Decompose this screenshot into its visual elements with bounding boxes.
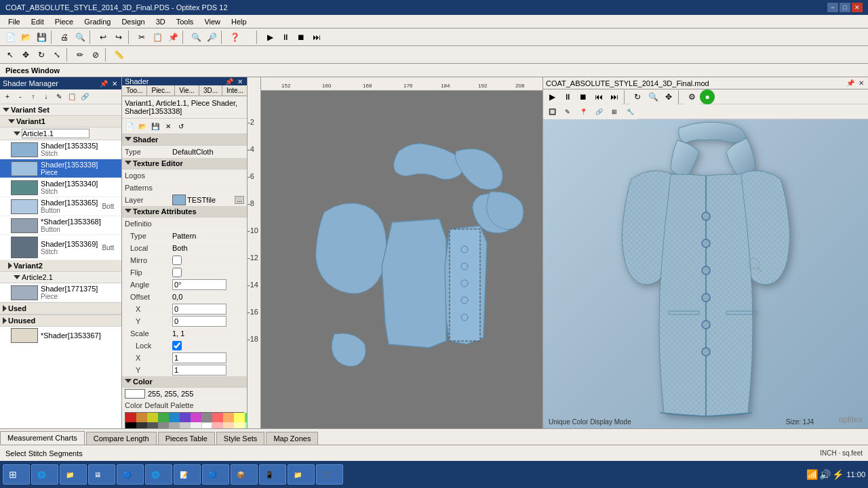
rotate-button[interactable]: ↻ <box>34 47 49 62</box>
palette-cell[interactable] <box>180 413 191 422</box>
shader-manager-pin[interactable]: 📌 <box>98 80 109 87</box>
tab-map-zones[interactable]: Map Zones <box>266 432 318 445</box>
menu-help[interactable]: Help <box>226 16 252 27</box>
taskbar-notepad[interactable]: 📝 <box>174 464 201 485</box>
menu-grading[interactable]: Grading <box>79 16 116 27</box>
palette-cell[interactable] <box>223 422 234 428</box>
tab-3d[interactable]: 3D... <box>199 85 222 96</box>
tab-piec[interactable]: Piec... <box>147 85 175 96</box>
draw-button[interactable]: ✏ <box>73 47 87 62</box>
shader-item-1771375[interactable]: Shader[1771375] Piece <box>0 283 121 302</box>
sm-btn6[interactable]: 📋 <box>66 91 78 103</box>
palette-cell[interactable] <box>234 413 245 422</box>
taskbar-app1[interactable]: 🔵 <box>117 464 144 485</box>
tab-pieces-table[interactable]: Pieces Table <box>158 432 215 445</box>
menu-3d[interactable]: 3D <box>151 16 171 27</box>
shader-panel-close[interactable]: ✕ <box>236 78 244 85</box>
shader-item-1353338[interactable]: Shader[1353338] Piece <box>0 159 121 178</box>
unused-shader-item[interactable]: *Shader[1353367] <box>0 327 121 344</box>
taskbar-folder[interactable]: 📁 <box>288 464 315 485</box>
view3d-close[interactable]: ✕ <box>857 79 865 87</box>
shader-section-header[interactable]: Shader <box>122 134 247 146</box>
palette-cell[interactable] <box>212 422 223 428</box>
palette-cell[interactable] <box>136 413 147 422</box>
eraser-button[interactable]: ⊘ <box>88 47 103 62</box>
tab-style-sets[interactable]: Style Sets <box>216 432 265 445</box>
mirror-checkbox[interactable] <box>172 256 182 265</box>
minimize-button[interactable]: − <box>827 3 838 12</box>
print-preview-button[interactable]: 🔍 <box>73 30 87 45</box>
palette-cell[interactable] <box>125 422 136 428</box>
palette-cell[interactable] <box>234 422 245 428</box>
copy-button[interactable]: 📋 <box>150 30 165 45</box>
palette-cell[interactable] <box>201 422 212 428</box>
palette-cell[interactable] <box>223 413 234 422</box>
shader-manager-close[interactable]: ✕ <box>111 80 119 87</box>
flip-checkbox[interactable] <box>172 268 182 277</box>
taskbar-music[interactable]: 🎵 <box>316 464 343 485</box>
menu-view[interactable]: View <box>199 16 226 27</box>
redo-button[interactable]: ↪ <box>111 30 126 45</box>
save-button[interactable]: 💾 <box>34 30 49 45</box>
color-swatch[interactable] <box>125 389 145 399</box>
shader-item-1353369[interactable]: Shader[1353369] Stitch Butt <box>0 235 121 260</box>
taskbar-ie[interactable]: 🌐 <box>31 464 58 485</box>
palette-cell[interactable] <box>147 413 158 422</box>
zoom-out-button[interactable]: 🔎 <box>204 30 219 45</box>
3d-tb2-btn3[interactable]: 📍 <box>576 104 591 119</box>
sp-btn3[interactable]: 💾 <box>149 120 161 132</box>
menu-tools[interactable]: Tools <box>171 16 199 27</box>
3d-tb-prev[interactable]: ⏮ <box>591 89 606 104</box>
taskbar-app4[interactable]: 📦 <box>231 464 258 485</box>
canvas-content[interactable] <box>261 91 542 428</box>
3d-tb-pause[interactable]: ⏸ <box>560 89 575 104</box>
palette-cell[interactable] <box>147 422 158 428</box>
used-section[interactable]: Used <box>0 302 121 314</box>
3d-tb-stop[interactable]: ⏹ <box>576 89 591 104</box>
tab-too[interactable]: Too... <box>122 85 147 96</box>
taskbar-phone[interactable]: 📱 <box>259 464 286 485</box>
3d-btn4[interactable]: ⏭ <box>309 30 324 45</box>
offset-y-input[interactable] <box>172 316 226 327</box>
texture-editor-header[interactable]: Texture Editor <box>122 158 247 169</box>
3d-tb2-btn4[interactable]: 🔗 <box>591 104 606 119</box>
tab-measurement-charts[interactable]: Measurement Charts <box>0 431 85 445</box>
3d-btn2[interactable]: ⏸ <box>278 30 293 45</box>
3d-tb2-btn2[interactable]: ✎ <box>560 104 575 119</box>
shader-item-1353335[interactable]: Shader[1353335] Stitch <box>0 140 121 159</box>
taskbar-explorer[interactable]: 📁 <box>60 464 87 485</box>
article1-section[interactable] <box>0 127 121 140</box>
menu-file[interactable]: File <box>3 16 26 27</box>
help-button[interactable]: ❓ <box>227 30 242 45</box>
paste-button[interactable]: 📌 <box>165 30 180 45</box>
palette-cell[interactable] <box>212 413 223 422</box>
close-button[interactable]: ✕ <box>852 3 863 12</box>
variant1-section[interactable]: Variant1 <box>0 116 121 127</box>
3d-tb-next[interactable]: ⏭ <box>607 89 622 104</box>
maximize-button[interactable]: □ <box>840 3 850 12</box>
variant-set-section[interactable]: Variant Set <box>0 104 121 116</box>
3d-tb-move[interactable]: ✥ <box>661 89 676 104</box>
3d-tb2-btn5[interactable]: ⊞ <box>607 104 622 119</box>
3d-tb-color[interactable]: ● <box>700 89 715 104</box>
taskbar-screen[interactable]: 🖥 <box>88 464 115 485</box>
palette-cell[interactable] <box>158 413 169 422</box>
3d-tb2-btn6[interactable]: 🔧 <box>623 104 637 119</box>
menu-edit[interactable]: Edit <box>26 16 50 27</box>
sm-btn1[interactable]: + <box>1 91 14 103</box>
palette-cell[interactable] <box>180 422 191 428</box>
3d-tb-settings[interactable]: ⚙ <box>684 89 699 104</box>
sp-btn2[interactable]: 📂 <box>136 120 149 132</box>
print-button[interactable]: 🖨 <box>57 30 72 45</box>
variant2-section[interactable]: Variant2 <box>0 260 121 272</box>
3d-btn3[interactable]: ⏹ <box>294 30 309 45</box>
scale-x-input[interactable] <box>172 352 226 363</box>
sm-btn3[interactable]: ↑ <box>27 91 39 103</box>
tab-compare-length[interactable]: Compare Length <box>86 432 157 445</box>
menu-design[interactable]: Design <box>116 16 150 27</box>
palette-cell[interactable] <box>169 422 180 428</box>
sp-btn1[interactable]: 📄 <box>123 120 136 132</box>
palette-cell[interactable] <box>191 413 201 422</box>
shader-item-1353365[interactable]: Shader[1353365] Button Bott <box>0 197 121 216</box>
lock-checkbox[interactable] <box>172 341 182 350</box>
